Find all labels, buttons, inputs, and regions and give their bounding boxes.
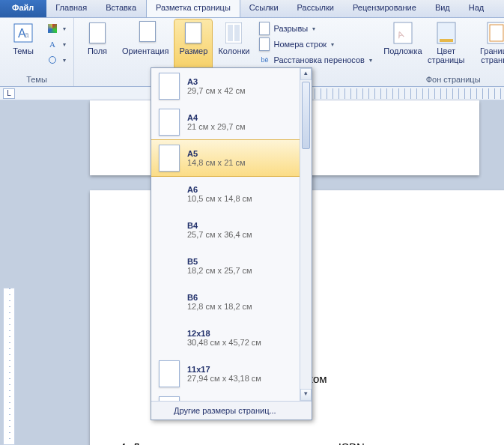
page-size-name: A6 xyxy=(187,185,252,194)
margins-icon xyxy=(85,21,109,45)
page-color-label: Цвет страницы xyxy=(428,46,465,64)
page-thumb-icon xyxy=(159,360,180,387)
page-size-option[interactable]: B425,7 см x 36,4 см xyxy=(151,212,312,248)
page-size-dropdown: A329,7 см x 42 смA421 см x 29,7 смA514,8… xyxy=(151,67,312,420)
columns-icon xyxy=(222,21,246,45)
margins-label: Поля xyxy=(88,46,107,55)
watermark-icon: A xyxy=(391,21,415,45)
tab-insert[interactable]: Вставка xyxy=(97,0,146,17)
line-numbers-button[interactable]: Номера строк▾ xyxy=(255,37,374,52)
scroll-thumb[interactable] xyxy=(302,82,310,149)
page-color-icon xyxy=(434,21,458,45)
scrollbar[interactable]: ▴ ▾ xyxy=(300,68,312,401)
svg-text:a: a xyxy=(25,31,29,39)
scroll-down-button[interactable]: ▾ xyxy=(300,389,312,401)
page-size-dimensions: 30,48 см x 45,72 см xyxy=(187,338,261,347)
themes-mini-buttons: ▾ A▾ ▾ xyxy=(43,19,69,73)
size-label: Размер xyxy=(180,46,208,55)
tab-file[interactable]: Файл xyxy=(0,0,46,17)
hyphenation-button[interactable]: bēРасстановка переносов▾ xyxy=(255,52,374,67)
page-size-option[interactable]: A421 см x 29,7 см xyxy=(151,104,312,140)
page-thumb-icon xyxy=(159,145,180,172)
themes-button[interactable]: Aa Темы xyxy=(4,19,42,73)
page-thumb-icon xyxy=(159,73,180,100)
page-size-option[interactable]: B612,8 см x 18,2 см xyxy=(151,284,312,320)
page-size-list: A329,7 см x 42 смA421 см x 29,7 смA514,8… xyxy=(151,68,312,401)
tab-addins[interactable]: Над xyxy=(460,0,494,17)
watermark-button[interactable]: A Подложка xyxy=(384,19,422,73)
dropdown-icon: ▾ xyxy=(63,57,66,64)
size-button[interactable]: Размер xyxy=(174,19,212,73)
page-size-option[interactable]: B518,2 см x 25,7 см xyxy=(151,248,312,284)
doc-text: ли вам ISBN и xyxy=(297,441,374,445)
page-size-name: 12x18 xyxy=(187,329,261,338)
ruler-scale xyxy=(315,88,504,99)
page-size-option[interactable]: A610,5 см x 14,8 см xyxy=(151,176,312,212)
page-size-name: 11x17 xyxy=(187,365,261,374)
dropdown-icon: ▾ xyxy=(312,25,315,32)
page-thumb-icon xyxy=(159,396,180,401)
svg-rect-5 xyxy=(234,25,240,41)
page-size-name: A4 xyxy=(187,113,246,122)
margins-button[interactable]: Поля xyxy=(79,19,116,73)
page-borders-icon xyxy=(485,21,504,45)
page-size-option[interactable]: 8 1/2x1421,59 см x 35,56 см xyxy=(151,392,312,401)
svg-rect-4 xyxy=(228,25,233,41)
doc-text: Дополнительно: решить, xyxy=(130,441,265,445)
more-page-sizes[interactable]: Другие размеры страниц... xyxy=(151,401,312,420)
theme-colors-button[interactable]: ▾ xyxy=(43,21,69,36)
group-page-background-label: Фон страницы xyxy=(384,73,504,86)
breaks-button[interactable]: Разрывы▾ xyxy=(255,21,374,36)
dropdown-icon: ▾ xyxy=(63,25,66,32)
page-size-name: B4 xyxy=(187,221,252,230)
vertical-ruler[interactable] xyxy=(3,288,15,445)
tab-home[interactable]: Главная xyxy=(46,0,97,17)
page-size-option[interactable]: A329,7 см x 42 см xyxy=(151,68,312,104)
dropdown-icon: ▾ xyxy=(369,57,372,64)
page-size-dimensions: 12,8 см x 18,2 см xyxy=(187,302,252,311)
page-borders-button[interactable]: Границы страниц xyxy=(470,19,504,73)
page-size-dimensions: 25,7 см x 36,4 см xyxy=(187,230,252,239)
orientation-label: Ориентация xyxy=(122,46,168,55)
page-color-button[interactable]: Цвет страницы xyxy=(423,19,470,73)
page-borders-label: Границы страниц xyxy=(475,46,504,64)
group-themes: Aa Темы ▾ A▾ ▾ Темы xyxy=(0,18,74,86)
size-icon xyxy=(181,21,205,45)
page-size-dimensions: 18,2 см x 25,7 см xyxy=(187,266,252,275)
page-size-option[interactable]: A514,8 см x 21 см xyxy=(151,140,312,176)
fonts-icon: A xyxy=(46,38,58,50)
tab-page-layout[interactable]: Разметка страницы xyxy=(146,0,240,17)
theme-effects-button[interactable]: ▾ xyxy=(43,52,69,67)
tab-selector[interactable]: L xyxy=(3,88,15,99)
columns-label: Колонки xyxy=(218,46,249,55)
page-thumb-icon xyxy=(159,109,180,136)
watermark-label: Подложка xyxy=(383,46,422,55)
breaks-label: Разрывы xyxy=(273,24,308,33)
tab-view[interactable]: Вид xyxy=(426,0,460,17)
tab-review[interactable]: Рецензирование xyxy=(344,0,426,17)
page-size-dimensions: 21 см x 29,7 см xyxy=(187,122,246,131)
line-numbers-icon xyxy=(258,38,270,50)
group-page-background: A Подложка Цвет страницы Границы страниц… xyxy=(380,18,504,86)
dropdown-icon: ▾ xyxy=(331,41,334,48)
theme-fonts-button[interactable]: A▾ xyxy=(43,37,69,52)
themes-label: Темы xyxy=(13,46,34,55)
orientation-button[interactable]: Ориентация xyxy=(118,19,173,73)
themes-icon: Aa xyxy=(11,21,35,45)
colors-icon xyxy=(46,22,58,34)
tab-references[interactable]: Ссылки xyxy=(240,0,288,17)
page-size-option[interactable]: 11x1727,94 см x 43,18 см xyxy=(151,356,312,392)
svg-rect-9 xyxy=(440,39,453,42)
hyphenation-icon: bē xyxy=(258,54,270,66)
page-size-dimensions: 10,5 см x 14,8 см xyxy=(187,194,252,203)
columns-button[interactable]: Колонки xyxy=(213,19,254,73)
page-size-name: A5 xyxy=(187,149,246,158)
breaks-icon xyxy=(258,22,270,34)
page-size-dimensions: 27,94 см x 43,18 см xyxy=(187,374,261,383)
page-size-option[interactable]: 12x1830,48 см x 45,72 см xyxy=(151,320,312,356)
scroll-up-button[interactable]: ▴ xyxy=(300,68,312,80)
page-size-name: A3 xyxy=(187,77,246,86)
tab-mailings[interactable]: Рассылки xyxy=(288,0,344,17)
doc-text: нужен xyxy=(264,441,297,445)
page-size-dimensions: 29,7 см x 42 см xyxy=(187,86,246,95)
